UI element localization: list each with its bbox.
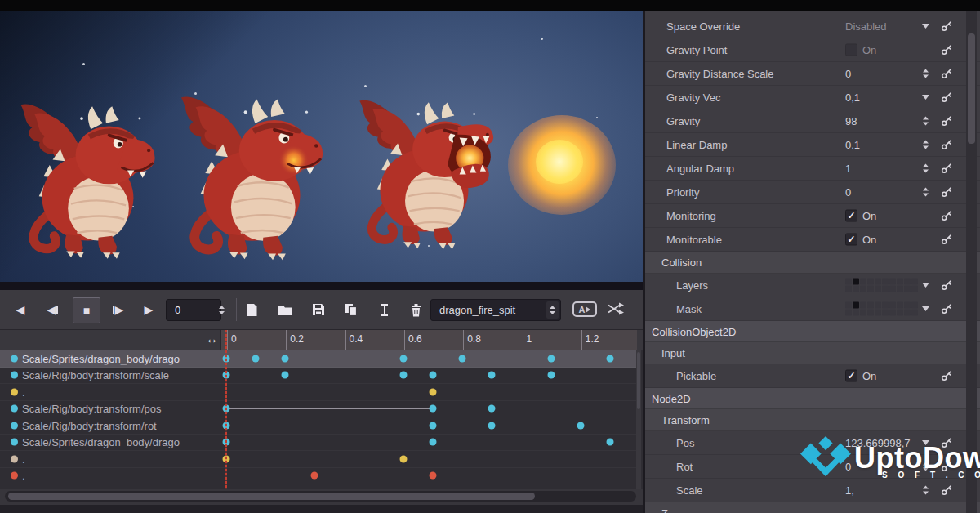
animate-key-icon[interactable] [941,186,952,198]
animate-key-icon[interactable] [941,234,952,245]
animate-key-icon[interactable] [941,115,952,127]
keyframe[interactable] [430,439,437,446]
track-row[interactable]: Scale/Rig/body:transform/scale [0,368,638,385]
horizontal-resize-icon[interactable]: ↔ [206,332,218,346]
keyframe[interactable] [252,355,260,362]
rename-animation-button[interactable] [376,301,394,319]
spinner-icon[interactable] [922,485,929,496]
new-animation-button[interactable] [243,301,261,319]
keyframe[interactable] [399,355,407,362]
autoplay-on-load-button[interactable]: A [572,301,597,317]
dropdown-arrow-icon[interactable] [922,306,929,311]
inspector-section-header[interactable]: Z [645,502,980,513]
keyframe[interactable] [488,422,496,429]
animate-key-icon[interactable] [941,437,952,448]
spinner-icon[interactable] [922,187,929,198]
keyframe[interactable] [547,355,555,362]
keyframe[interactable] [430,388,437,395]
checkbox[interactable] [845,44,858,56]
track-row[interactable]: Scale/Sprites/dragon_body/drago [0,350,638,368]
dropdown-arrow-icon[interactable] [922,95,929,100]
property-value[interactable]: 0 [845,68,851,80]
scene-viewport[interactable] [0,11,643,282]
stop-button[interactable]: ■ [73,297,100,323]
property-value[interactable]: 1, [845,484,854,497]
animate-key-icon[interactable] [941,91,952,103]
spinner-icon[interactable] [922,163,929,174]
property-value[interactable]: 98 [845,115,857,127]
animate-key-icon[interactable] [941,210,952,221]
dropdown-arrow-icon[interactable] [922,24,929,29]
scrollbar-thumb[interactable] [8,493,535,500]
keyframe[interactable] [282,355,289,362]
duplicate-animation-button[interactable] [342,301,360,319]
dropdown-arrow-icon[interactable] [922,440,929,445]
animate-key-icon[interactable] [941,303,952,314]
keyframe[interactable] [430,472,437,480]
spinner-icon[interactable] [922,116,929,127]
keyframe[interactable] [399,372,407,379]
tracks-vertical-scrollbar[interactable] [636,350,641,489]
scrollbar-thumb[interactable] [968,33,975,144]
property-value[interactable]: 0,1 [845,91,860,104]
keyframe[interactable] [430,422,437,429]
track-row[interactable]: Scale/Rig/body:transform/pos [0,401,638,418]
track-row[interactable]: Scale/Sprites/dragon_body/drago [0,435,638,452]
save-animation-button[interactable] [310,301,327,319]
timeline-ruler[interactable]: 00.20.40.60.811.2 [220,330,637,350]
inspector-section-header[interactable]: Node2D [645,388,980,409]
playhead[interactable] [225,330,227,489]
keyframe[interactable] [399,455,407,462]
load-animation-button[interactable] [276,301,294,319]
frame-number-input[interactable]: 0 [166,299,221,321]
play-button[interactable]: ▶ [136,298,161,321]
animation-select[interactable]: dragon_fire_spit [430,299,561,321]
spinner-icon[interactable] [922,140,929,150]
track-row[interactable]: . [0,451,638,468]
spinner-icon[interactable] [922,69,929,79]
property-value[interactable]: 0.1 [845,139,860,151]
property-value[interactable]: 123.669998,7 [845,437,911,449]
keyframe[interactable] [606,439,613,446]
timeline-horizontal-scrollbar[interactable] [5,491,636,502]
keyframe[interactable] [606,355,613,362]
animation-spinner[interactable] [546,301,559,319]
inspector-section-header[interactable]: Input [645,342,980,364]
inspector-section-header[interactable]: Transform [645,409,980,431]
dropdown-arrow-icon[interactable] [922,283,929,288]
property-value[interactable]: Disabled [845,20,887,33]
keyframe[interactable] [577,422,584,429]
keyframe[interactable] [282,372,289,379]
inspector-scrollbar[interactable] [966,11,977,513]
keyframe[interactable] [459,355,466,362]
track-row[interactable]: . [0,384,638,401]
track-row[interactable]: . [0,468,638,485]
animate-key-icon[interactable] [941,279,952,291]
track-row[interactable]: Scale/Rig/body:transform/rot [0,417,638,435]
animate-key-icon[interactable] [941,484,952,496]
animate-key-icon[interactable] [941,68,952,79]
spinner-icon[interactable] [922,462,929,472]
inspector-section-header[interactable]: Collision [645,252,980,274]
play-from-start-button[interactable]: ▶ [105,298,130,321]
collision-layer-grid[interactable] [845,279,918,292]
play-backwards-button[interactable]: ◀ [8,298,33,321]
keyframe[interactable] [430,372,437,379]
animate-key-icon[interactable] [941,370,952,381]
checkbox[interactable]: ✓ [845,234,858,246]
keyframe[interactable] [488,372,496,379]
delete-animation-button[interactable] [407,301,425,319]
inspector-section-header[interactable]: CollisionObject2D [645,321,980,342]
animate-key-icon[interactable] [941,44,952,56]
property-value[interactable]: 0 [845,461,851,473]
checkbox[interactable]: ✓ [845,370,858,382]
keyframe[interactable] [311,472,318,480]
collision-layer-grid[interactable] [845,302,918,316]
animate-key-icon[interactable] [941,20,952,32]
keyframe[interactable] [430,405,437,413]
frame-spinner[interactable] [216,300,226,319]
animate-key-icon[interactable] [941,461,952,472]
animate-key-icon[interactable] [941,139,952,150]
property-value[interactable]: 1 [845,163,851,175]
edit-blend-times-icon[interactable] [608,302,626,315]
